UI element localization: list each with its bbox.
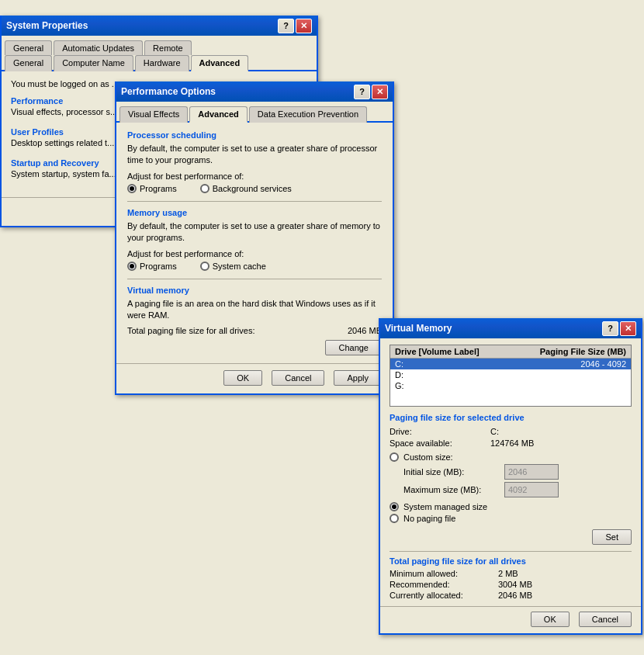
tab-advanced[interactable]: Advanced bbox=[191, 55, 249, 71]
vm-titlebar-buttons: ? ✕ bbox=[602, 321, 636, 336]
bg-services-label: Background services bbox=[213, 184, 292, 193]
vm-desc: A paging file is an area on the hard dis… bbox=[127, 298, 382, 322]
custom-size-label: Custom size: bbox=[403, 452, 453, 462]
system-cache-label: System cache bbox=[213, 262, 266, 271]
performance-options-title: Performance Options bbox=[121, 86, 216, 97]
performance-options-titlebar: Performance Options ? ✕ bbox=[116, 81, 393, 102]
space-row: Space available: 124764 MB bbox=[390, 438, 632, 448]
tab-system-restore[interactable]: General bbox=[5, 40, 52, 55]
drive-c-letter: C: bbox=[395, 359, 525, 369]
tab-perf-advanced[interactable]: Advanced bbox=[189, 106, 248, 123]
drive-row-c[interactable]: C: 2046 - 4092 bbox=[390, 359, 631, 369]
drive-d-size bbox=[525, 370, 626, 379]
change-button[interactable]: Change bbox=[325, 340, 382, 355]
bg-services-radio[interactable]: Background services bbox=[200, 184, 292, 193]
perf-close-button[interactable]: ✕ bbox=[372, 85, 388, 99]
perf-help-button[interactable]: ? bbox=[354, 85, 370, 99]
recommended-value: 3004 MB bbox=[498, 580, 532, 589]
drive-value: C: bbox=[490, 427, 499, 436]
total-section: Total paging file size for all drives Mi… bbox=[390, 551, 632, 600]
processor-desc: By default, the computer is set to use a… bbox=[127, 143, 382, 167]
recommended-label: Recommended: bbox=[390, 580, 498, 589]
no-paging-radio-circle bbox=[390, 514, 399, 523]
drive-row: Drive: C: bbox=[390, 427, 632, 436]
memory-radio-row: Programs System cache bbox=[127, 262, 382, 271]
min-value: 2 MB bbox=[498, 569, 518, 578]
virtual-memory-section: Virtual memory A paging file is an area … bbox=[127, 286, 382, 356]
sys-managed-radio-circle bbox=[390, 502, 399, 511]
programs2-radio-circle bbox=[127, 262, 137, 271]
system-properties-title: System Properties bbox=[6, 20, 88, 31]
drive-list-header: Drive [Volume Label] Paging File Size (M… bbox=[390, 345, 631, 359]
tab-automatic-updates[interactable]: Automatic Updates bbox=[54, 40, 143, 55]
sys-managed-radio-row[interactable]: System managed size bbox=[390, 502, 632, 511]
processor-radio-row: Programs Background services bbox=[127, 184, 382, 193]
perf-titlebar-buttons: ? ✕ bbox=[354, 85, 388, 99]
tab-remote[interactable]: Remote bbox=[144, 40, 192, 55]
programs2-radio[interactable]: Programs bbox=[127, 262, 177, 271]
performance-options-window: Performance Options ? ✕ Visual Effects A… bbox=[115, 81, 394, 395]
space-label: Space available: bbox=[390, 438, 490, 448]
processor-title: Processor scheduling bbox=[127, 130, 382, 140]
processor-section: Processor scheduling By default, the com… bbox=[127, 130, 382, 193]
tab-hardware[interactable]: Hardware bbox=[135, 55, 189, 71]
vm-close-button[interactable]: ✕ bbox=[620, 321, 636, 336]
total-section-title: Total paging file size for all drives bbox=[390, 556, 632, 566]
initial-input[interactable] bbox=[504, 464, 559, 480]
tab-computer-name[interactable]: Computer Name bbox=[54, 55, 133, 71]
system-properties-titlebar: System Properties ? ✕ bbox=[2, 16, 317, 36]
memory-section: Memory usage By default, the computer is… bbox=[127, 208, 382, 271]
paging-section-title: Paging file size for selected drive bbox=[390, 413, 632, 422]
help-button[interactable]: ? bbox=[278, 19, 294, 33]
virtual-memory-bottom-bar: OK Cancel bbox=[380, 606, 641, 633]
titlebar-buttons: ? ✕ bbox=[278, 19, 312, 33]
programs-radio-circle bbox=[127, 184, 137, 193]
max-row: Maximum size (MB): bbox=[403, 482, 632, 497]
memory-desc: By default, the computer is set to use a… bbox=[127, 220, 382, 244]
drive-row-d[interactable]: D: bbox=[390, 369, 631, 380]
space-value: 124764 MB bbox=[490, 438, 534, 448]
initial-label: Initial size (MB): bbox=[403, 467, 504, 477]
drive-c-size: 2046 - 4092 bbox=[525, 359, 626, 369]
drive-g-size bbox=[525, 381, 626, 390]
vm-cancel-button[interactable]: Cancel bbox=[579, 612, 632, 627]
current-label: Currently allocated: bbox=[390, 591, 498, 600]
vm-set-row: Set bbox=[390, 529, 632, 545]
no-paging-radio-row[interactable]: No paging file bbox=[390, 514, 632, 523]
programs-radio[interactable]: Programs bbox=[127, 184, 177, 193]
set-button[interactable]: Set bbox=[592, 529, 632, 545]
virtual-memory-titlebar: Virtual Memory ? ✕ bbox=[380, 318, 641, 338]
custom-size-radio-circle bbox=[390, 452, 399, 462]
perf-ok-button[interactable]: OK bbox=[223, 370, 262, 386]
min-row: Minimum allowed: 2 MB bbox=[390, 569, 632, 578]
drive-row-g[interactable]: G: bbox=[390, 380, 631, 391]
current-value: 2046 MB bbox=[498, 591, 532, 600]
performance-options-bottom-bar: OK Cancel Apply bbox=[116, 363, 393, 393]
drive-col-header: Drive [Volume Label] bbox=[390, 345, 530, 358]
perf-cancel-button[interactable]: Cancel bbox=[272, 370, 324, 386]
max-label: Maximum size (MB): bbox=[403, 485, 504, 494]
performance-options-content: Processor scheduling By default, the com… bbox=[116, 123, 393, 363]
close-button[interactable]: ✕ bbox=[296, 19, 312, 33]
drive-d-letter: D: bbox=[395, 370, 525, 379]
min-label: Minimum allowed: bbox=[390, 569, 498, 578]
max-input[interactable] bbox=[504, 482, 559, 497]
tab-visual-effects[interactable]: Visual Effects bbox=[119, 106, 188, 123]
recommended-row: Recommended: 3004 MB bbox=[390, 580, 632, 589]
vm-help-button[interactable]: ? bbox=[602, 321, 618, 336]
tab-dep[interactable]: Data Execution Prevention bbox=[249, 106, 367, 123]
drive-label: Drive: bbox=[390, 427, 490, 436]
programs-label: Programs bbox=[140, 184, 177, 193]
system-cache-radio[interactable]: System cache bbox=[200, 262, 266, 271]
tab-general[interactable]: General bbox=[5, 55, 52, 71]
bg-services-radio-circle bbox=[200, 184, 209, 193]
vm-ok-button[interactable]: OK bbox=[531, 612, 570, 627]
perf-apply-button[interactable]: Apply bbox=[334, 370, 382, 386]
custom-size-radio-row[interactable]: Custom size: bbox=[390, 452, 632, 462]
vm-change-row: Change bbox=[127, 340, 382, 355]
memory-adjust-label: Adjust for best performance of: bbox=[127, 249, 382, 258]
drive-list[interactable]: Drive [Volume Label] Paging File Size (M… bbox=[390, 345, 632, 407]
vm-info-row: Total paging file size for all drives: 2… bbox=[127, 326, 382, 335]
virtual-memory-window: Virtual Memory ? ✕ Drive [Volume Label] … bbox=[379, 318, 642, 635]
vm-paging-label: Total paging file size for all drives: bbox=[127, 326, 254, 335]
